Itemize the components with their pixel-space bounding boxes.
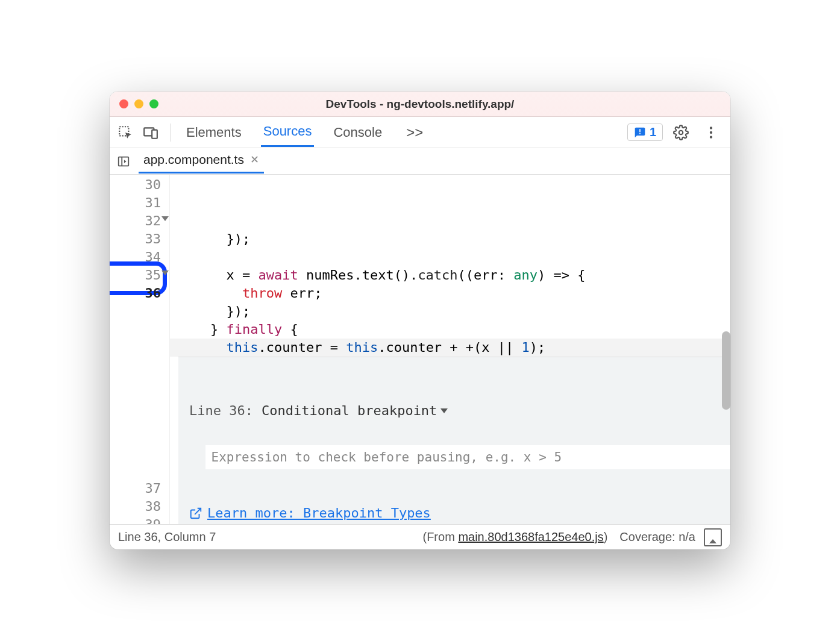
issues-badge[interactable]: 1	[627, 124, 663, 141]
bp-line-label: Line 36:	[189, 402, 253, 420]
window-title: DevTools - ng-devtools.netlify.app/	[110, 98, 730, 111]
code-line[interactable]: });	[178, 302, 730, 320]
file-tab-bar: app.component.ts ✕	[110, 148, 730, 175]
coverage-info: Coverage: n/a	[619, 530, 695, 544]
file-tab[interactable]: app.component.ts ✕	[139, 149, 264, 174]
settings-icon[interactable]	[669, 120, 693, 145]
more-menu-icon[interactable]	[699, 120, 723, 145]
inspect-element-icon[interactable]	[113, 120, 137, 145]
bp-learn-more-link[interactable]: Learn more: Breakpoint Types	[189, 504, 719, 522]
breakpoint-panel: Line 36: Conditional breakpoint Learn mo…	[178, 357, 730, 524]
bp-type-dropdown[interactable]: Conditional breakpoint	[262, 402, 448, 420]
svg-point-6	[710, 136, 712, 138]
svg-rect-2	[152, 130, 157, 138]
maximize-window-button[interactable]	[149, 99, 158, 108]
traffic-lights	[119, 99, 158, 108]
line-number[interactable]: 38	[110, 498, 161, 516]
line-number[interactable]: 37	[110, 480, 161, 498]
fold-icon[interactable]	[161, 270, 169, 275]
code-line[interactable]: } finally {	[178, 320, 730, 339]
code-line[interactable]: x = await numRes.text().catch((err: any)…	[178, 266, 730, 284]
code-area[interactable]: }); x = await numRes.text().catch((err: …	[170, 175, 730, 524]
line-number[interactable]: 34	[110, 248, 161, 266]
code-line[interactable]	[178, 248, 730, 266]
svg-point-4	[710, 127, 712, 129]
code-line[interactable]: });	[178, 230, 730, 248]
tab-elements[interactable]: Elements	[184, 119, 244, 146]
toolbar: Elements Sources Console >> 1	[110, 117, 730, 148]
bp-expression-input[interactable]	[205, 445, 731, 469]
svg-point-5	[710, 131, 712, 133]
devtools-window: DevTools - ng-devtools.netlify.app/ Elem…	[110, 92, 730, 549]
minimize-window-button[interactable]	[134, 99, 143, 108]
line-number[interactable]: 36	[110, 284, 161, 302]
close-icon[interactable]: ✕	[250, 153, 259, 166]
line-number[interactable]: 33	[110, 230, 161, 248]
svg-line-9	[195, 508, 201, 514]
source-file-link[interactable]: main.80d1368fa125e4e0.js	[458, 530, 603, 543]
device-toolbar-icon[interactable]	[139, 120, 163, 145]
line-number[interactable]: 30	[110, 176, 161, 194]
status-bar: Line 36, Column 7 (From main.80d1368fa12…	[110, 524, 730, 549]
cursor-position: Line 36, Column 7	[118, 530, 216, 544]
line-number[interactable]: 31	[110, 194, 161, 212]
editor[interactable]: 3031323334353637383940 }); x = await num…	[110, 175, 730, 524]
drawer-toggle-icon[interactable]	[704, 528, 722, 546]
line-number[interactable]: 39	[110, 516, 161, 524]
line-number[interactable]: 32	[110, 212, 161, 230]
code-line[interactable]: throw err;	[178, 284, 730, 302]
file-tab-name: app.component.ts	[143, 152, 244, 167]
panel-tabs: Elements Sources Console >>	[178, 117, 428, 147]
close-window-button[interactable]	[119, 99, 128, 108]
svg-rect-7	[119, 157, 129, 166]
code-line[interactable]: this.counter = this.counter + +(x || 1);	[170, 339, 730, 357]
navigator-toggle-icon[interactable]	[113, 151, 134, 172]
titlebar: DevTools - ng-devtools.netlify.app/	[110, 92, 730, 117]
gutter[interactable]: 3031323334353637383940	[110, 175, 170, 524]
source-map-info[interactable]: (From main.80d1368fa125e4e0.js)	[422, 530, 607, 544]
svg-point-3	[679, 130, 683, 134]
tab-console[interactable]: Console	[331, 119, 384, 146]
toolbar-right: 1	[627, 120, 727, 145]
issues-count: 1	[650, 125, 656, 139]
line-number[interactable]: 35	[110, 266, 161, 284]
divider	[170, 124, 171, 142]
fold-icon[interactable]	[161, 216, 169, 221]
tabs-overflow-icon[interactable]: >>	[401, 124, 428, 141]
scrollbar-thumb[interactable]	[722, 331, 730, 410]
tab-sources[interactable]: Sources	[261, 117, 315, 147]
